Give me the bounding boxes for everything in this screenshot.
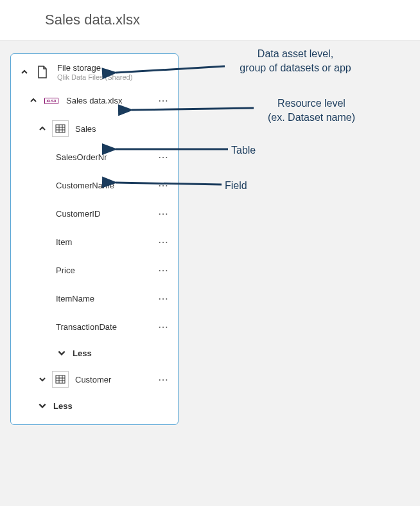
page-title: Sales data.xlsx xyxy=(45,12,140,28)
table-icon xyxy=(52,120,69,137)
chevron-down-icon[interactable] xyxy=(56,347,67,359)
table-customer-row[interactable]: Customer ⋯ xyxy=(11,365,178,393)
canvas: File storage Qlik Data Files (Shared) XL… xyxy=(0,41,420,506)
field-label: SalesOrderNr xyxy=(56,152,155,162)
annotation-field: Field xyxy=(225,179,247,193)
less-tables-row[interactable]: Less xyxy=(11,393,178,418)
field-row[interactable]: TransactionDate ⋯ xyxy=(11,312,178,341)
annotation-asset: Data asset level,group of datasets or ap… xyxy=(218,47,372,75)
table-icon xyxy=(52,371,69,388)
table-sales-label: Sales xyxy=(75,124,171,134)
field-row[interactable]: CustomerID ⋯ xyxy=(11,199,178,228)
page-header: Sales data.xlsx xyxy=(0,0,420,41)
field-label: ItemName xyxy=(56,294,155,303)
field-label: TransactionDate xyxy=(56,322,155,332)
field-row[interactable]: Price ⋯ xyxy=(11,256,178,284)
svg-rect-5 xyxy=(56,375,65,383)
less-label: Less xyxy=(73,348,92,358)
annotation-table: Table xyxy=(231,143,256,158)
chevron-down-icon[interactable] xyxy=(37,400,48,411)
more-icon[interactable]: ⋯ xyxy=(155,264,171,276)
table-customer-label: Customer xyxy=(75,375,155,384)
field-row[interactable]: CustomerName ⋯ xyxy=(11,171,178,199)
chevron-up-icon[interactable] xyxy=(28,95,39,106)
more-icon[interactable]: ⋯ xyxy=(155,179,171,192)
resource-row[interactable]: XLSX Sales data.xlsx ⋯ xyxy=(11,86,178,114)
xlsx-icon: XLSX xyxy=(43,92,60,109)
field-row[interactable]: SalesOrderNr ⋯ xyxy=(11,143,178,171)
asset-sublabel: Qlik Data Files (Shared) xyxy=(57,73,171,81)
file-icon xyxy=(34,64,51,80)
resource-label: Sales data.xlsx xyxy=(66,96,155,105)
less-label: Less xyxy=(53,401,73,411)
chevron-down-icon[interactable] xyxy=(37,374,48,385)
annotation-resource: Resource level(ex. Dataset name) xyxy=(257,96,366,124)
asset-row[interactable]: File storage Qlik Data Files (Shared) xyxy=(11,58,178,86)
table-sales-row[interactable]: Sales xyxy=(11,114,178,143)
more-icon[interactable]: ⋯ xyxy=(155,151,171,163)
chevron-up-icon[interactable] xyxy=(37,123,48,134)
field-row[interactable]: ItemName ⋯ xyxy=(11,284,178,312)
svg-rect-0 xyxy=(56,125,65,132)
more-icon[interactable]: ⋯ xyxy=(155,321,171,333)
field-label: CustomerID xyxy=(56,209,155,219)
asset-label: File storage xyxy=(57,63,171,73)
field-label: Price xyxy=(56,266,155,275)
more-icon[interactable]: ⋯ xyxy=(155,95,171,107)
less-fields-row[interactable]: Less xyxy=(11,341,178,365)
more-icon[interactable]: ⋯ xyxy=(155,236,171,248)
tree-panel: File storage Qlik Data Files (Shared) XL… xyxy=(10,53,179,425)
more-icon[interactable]: ⋯ xyxy=(155,374,171,386)
field-label: Item xyxy=(56,237,155,247)
chevron-up-icon[interactable] xyxy=(19,66,30,78)
more-icon[interactable]: ⋯ xyxy=(155,293,171,305)
more-icon[interactable]: ⋯ xyxy=(155,208,171,220)
field-row[interactable]: Item ⋯ xyxy=(11,228,178,256)
field-label: CustomerName xyxy=(56,181,155,190)
